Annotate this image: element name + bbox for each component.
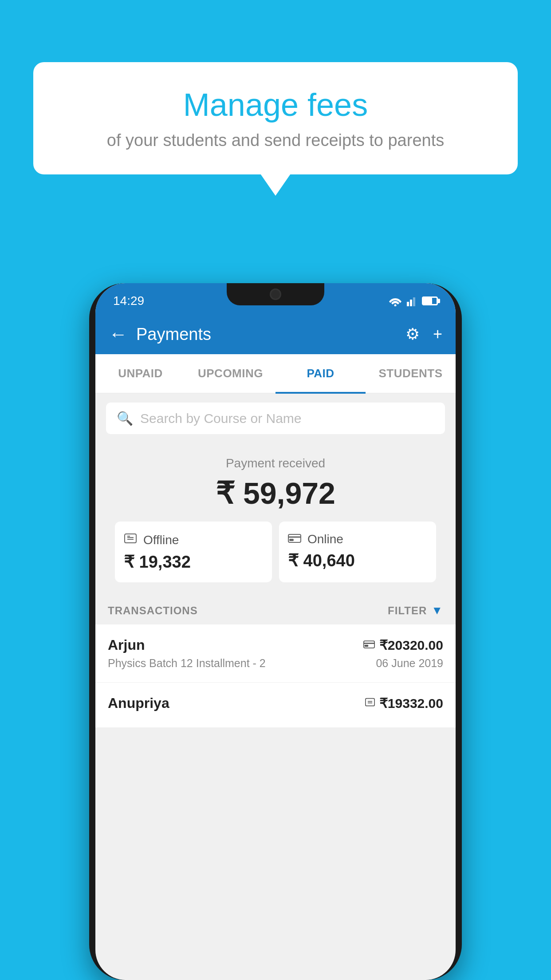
header-icons: ⚙ + bbox=[405, 325, 442, 344]
payment-cards: Offline ₹ 19,332 bbox=[115, 522, 436, 582]
tab-upcoming[interactable]: UPCOMING bbox=[185, 354, 276, 393]
speech-bubble: Manage fees of your students and send re… bbox=[33, 62, 518, 174]
add-button[interactable]: + bbox=[433, 325, 442, 344]
offline-card: Offline ₹ 19,332 bbox=[115, 522, 272, 582]
online-type: Online bbox=[307, 532, 343, 546]
phone-screen: 14:29 bbox=[95, 283, 456, 980]
svg-rect-11 bbox=[364, 641, 374, 648]
filter-label: FILTER bbox=[388, 605, 427, 617]
speech-bubble-container: Manage fees of your students and send re… bbox=[33, 62, 518, 174]
online-icon bbox=[288, 532, 301, 546]
transaction-amount: ₹19332.00 bbox=[379, 695, 443, 711]
online-card-header: Online bbox=[288, 532, 427, 546]
svg-rect-2 bbox=[410, 300, 412, 306]
tab-paid[interactable]: PAID bbox=[276, 354, 366, 393]
transactions-header: TRANSACTIONS FILTER ▼ bbox=[95, 591, 456, 624]
transaction-course: Physics Batch 12 Installment - 2 bbox=[108, 657, 266, 670]
phone-frame: 14:29 bbox=[89, 283, 462, 980]
app-header: ← Payments ⚙ + bbox=[95, 314, 456, 354]
svg-rect-14 bbox=[366, 698, 374, 706]
payment-summary: Payment received ₹ 59,972 bbox=[95, 443, 456, 591]
header-title: Payments bbox=[136, 325, 405, 344]
notch bbox=[227, 283, 324, 305]
online-card: Online ₹ 40,640 bbox=[279, 522, 436, 582]
transactions-label: TRANSACTIONS bbox=[108, 605, 198, 617]
battery-icon bbox=[422, 296, 438, 305]
transaction-item[interactable]: Arjun ₹20320.00 bbox=[95, 624, 456, 683]
wifi-icon bbox=[388, 296, 402, 306]
transaction-row1: Arjun ₹20320.00 bbox=[108, 637, 443, 653]
content-area: 🔍 Search by Course or Name Payment recei… bbox=[95, 394, 456, 728]
svg-rect-13 bbox=[365, 645, 368, 646]
transaction-name: Arjun bbox=[108, 637, 145, 653]
filter-icon: ▼ bbox=[431, 604, 443, 617]
online-amount: ₹ 40,640 bbox=[288, 551, 427, 570]
transaction-amount-wrap: ₹19332.00 bbox=[365, 695, 443, 711]
search-icon: 🔍 bbox=[117, 411, 133, 426]
transaction-cash-icon bbox=[365, 697, 375, 710]
back-button[interactable]: ← bbox=[109, 324, 127, 345]
speech-bubble-title: Manage fees bbox=[60, 87, 491, 123]
filter-button[interactable]: FILTER ▼ bbox=[388, 604, 443, 617]
search-bar[interactable]: 🔍 Search by Course or Name bbox=[106, 403, 445, 434]
status-icons bbox=[388, 296, 438, 306]
transaction-row2: Physics Batch 12 Installment - 2 06 June… bbox=[108, 657, 443, 670]
svg-rect-4 bbox=[125, 534, 136, 543]
status-time: 14:29 bbox=[113, 294, 144, 308]
svg-rect-10 bbox=[290, 539, 293, 541]
svg-rect-3 bbox=[413, 297, 415, 306]
transaction-amount-wrap: ₹20320.00 bbox=[363, 637, 443, 653]
transaction-amount: ₹20320.00 bbox=[379, 637, 443, 653]
search-placeholder: Search by Course or Name bbox=[140, 411, 302, 426]
svg-point-0 bbox=[394, 304, 397, 307]
tab-unpaid[interactable]: UNPAID bbox=[95, 354, 185, 393]
tab-students[interactable]: STUDENTS bbox=[366, 354, 456, 393]
offline-icon bbox=[124, 532, 137, 548]
settings-button[interactable]: ⚙ bbox=[405, 325, 420, 344]
offline-type: Offline bbox=[143, 533, 179, 547]
tabs-bar: UNPAID UPCOMING PAID STUDENTS bbox=[95, 354, 456, 394]
svg-rect-1 bbox=[407, 302, 409, 306]
offline-amount: ₹ 19,332 bbox=[124, 552, 263, 572]
svg-rect-8 bbox=[288, 534, 301, 542]
transaction-row1: Anupriya ₹19332.00 bbox=[108, 695, 443, 711]
phone-outer: 14:29 bbox=[89, 283, 462, 980]
transaction-card-icon bbox=[363, 639, 375, 652]
offline-card-header: Offline bbox=[124, 532, 263, 548]
payment-label: Payment received bbox=[104, 456, 447, 470]
transaction-name: Anupriya bbox=[108, 695, 169, 711]
speech-bubble-subtitle: of your students and send receipts to pa… bbox=[60, 131, 491, 150]
payment-amount: ₹ 59,972 bbox=[104, 476, 447, 511]
camera bbox=[270, 288, 281, 300]
transaction-date: 06 June 2019 bbox=[376, 657, 443, 670]
signal-icon bbox=[407, 296, 417, 306]
transaction-item[interactable]: Anupriya ₹19332.00 bbox=[95, 683, 456, 728]
